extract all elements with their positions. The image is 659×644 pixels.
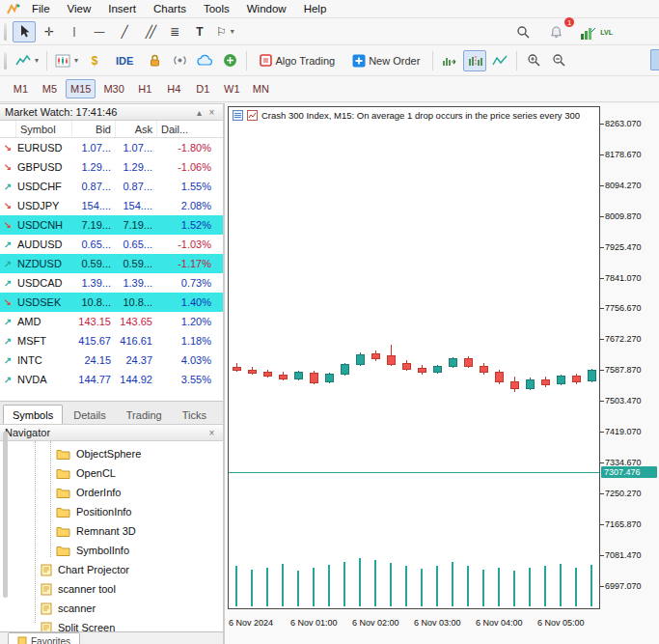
y-axis-label: 7756.670 (605, 303, 659, 313)
search-button[interactable] (511, 21, 535, 42)
column-daily[interactable]: Dail... (156, 121, 223, 137)
navigator-scrollbar[interactable] (3, 432, 8, 598)
market-watch-row[interactable]: ↗AUDUSD0.65...0.65...-1.03% (0, 235, 223, 254)
navigator-item[interactable]: Split Screen (0, 618, 223, 631)
indicators-button[interactable]: ▾ (13, 50, 41, 71)
broadcast-button[interactable] (168, 50, 191, 71)
navigator-item-label: OrderInfo (76, 487, 121, 498)
timeframe-m30[interactable]: M30 (98, 79, 128, 98)
market-watch-row[interactable]: ↗INTC24.1524.374.03% (0, 350, 223, 370)
navigator-item[interactable]: OpenCL (0, 463, 223, 483)
market-watch-row[interactable]: ↗MSFT415.67416.611.18% (0, 331, 223, 350)
timeframe-d1[interactable]: D1 (190, 79, 216, 98)
market-watch-row[interactable]: ↗USDCAD1.39...1.39...0.73% (0, 273, 223, 293)
equidistant-tool-button[interactable]: ≣ (163, 21, 186, 42)
bottom-tab-strip: Favorites (0, 631, 223, 644)
tab-trading[interactable]: Trading (117, 405, 172, 424)
symbol-cell: GBPUSD (15, 161, 71, 173)
crosshair-tool-button[interactable]: ✛ (38, 21, 61, 42)
chart-mode-button[interactable]: ▾ (52, 50, 81, 71)
timeframe-h4[interactable]: H4 (161, 79, 187, 98)
chart-shift-button[interactable] (463, 50, 486, 71)
market-watch-row[interactable]: ↗USDCHF0.87...0.87...1.55% (0, 177, 223, 196)
algo-trading-button[interactable]: Algo Trading (252, 50, 343, 71)
new-order-button[interactable]: New Order (344, 50, 427, 71)
menu-file[interactable]: File (23, 1, 59, 16)
toolbar-grip[interactable] (4, 23, 7, 41)
timeframe-m5[interactable]: M5 (37, 79, 63, 98)
navigator-item[interactable]: Chart Projector (0, 560, 223, 579)
horizontal-line-tool-button[interactable]: — (88, 21, 111, 42)
candlestick-chart[interactable] (229, 107, 599, 608)
toolbar-grip[interactable] (4, 52, 7, 70)
close-icon[interactable]: × (206, 107, 218, 118)
navigator-item[interactable]: ObjectSphere (0, 444, 223, 463)
y-axis-tick (600, 308, 604, 309)
pin-icon[interactable]: ▴ (193, 107, 206, 118)
vertical-line-tool-button[interactable]: | (63, 21, 86, 42)
text-tool-button[interactable]: T (188, 21, 211, 42)
y-axis-label: 7419.070 (605, 427, 659, 436)
trading-toolbar: ▾ ▾ $ IDE Algo Trading New Order (0, 45, 659, 76)
column-bid[interactable]: Bid (71, 121, 115, 137)
market-watch-row[interactable]: ↘USDJPY154....154....2.08% (0, 196, 223, 215)
auto-scroll-button[interactable] (438, 50, 461, 71)
zigzag-button[interactable] (488, 50, 511, 71)
market-watch-row[interactable]: ↘GBPUSD1.29...1.29...-1.06% (0, 157, 223, 177)
tab-symbols[interactable]: Symbols (3, 405, 63, 424)
plus-circle-icon (223, 53, 237, 68)
zoom-in-button[interactable] (522, 50, 545, 71)
column-symbol[interactable]: Symbol (15, 121, 71, 137)
cloud-button[interactable] (193, 50, 216, 71)
timeframe-h1[interactable]: H1 (132, 79, 158, 98)
menu-help[interactable]: Help (295, 1, 336, 16)
toolbar-separator (46, 51, 47, 70)
left-panel: Market Watch: 17:41:46 ▴ × Symbol Bid As… (0, 103, 225, 644)
levels-button[interactable]: LVL (577, 21, 616, 42)
tab-details[interactable]: Details (64, 405, 116, 424)
navigator-item[interactable]: OrderInfo (0, 483, 223, 502)
menu-charts[interactable]: Charts (145, 1, 195, 16)
timeframe-m1[interactable]: M1 (8, 79, 34, 98)
navigator-item[interactable]: scanner tool (0, 579, 223, 599)
one-click-trading-icon[interactable] (233, 110, 243, 121)
timeframe-m15[interactable]: M15 (66, 79, 96, 98)
add-account-button[interactable] (218, 50, 241, 71)
tab-ticks[interactable]: Ticks (173, 405, 216, 424)
cursor-tool-button[interactable] (13, 21, 36, 42)
column-icon-spacer (0, 121, 15, 137)
column-ask[interactable]: Ask (115, 121, 156, 137)
market-watch-row[interactable]: ↘USDSEK10.8...10.8...1.40% (0, 293, 223, 312)
navigator-item[interactable]: Remnant 3D (0, 521, 223, 541)
y-axis-label: 7587.870 (605, 365, 659, 375)
market-watch-row[interactable]: ↘USDCNH7.19...7.19...1.52% (0, 215, 223, 235)
menu-tools[interactable]: Tools (195, 1, 238, 16)
ide-button[interactable]: IDE (108, 50, 141, 71)
timeframe-mn[interactable]: MN (248, 79, 274, 98)
objects-tool-button[interactable]: ⚐▾ (213, 21, 237, 42)
navigator-item[interactable]: PositionInfo (0, 502, 223, 521)
timeframe-w1[interactable]: W1 (219, 79, 245, 98)
tick-up-icon: ↗ (0, 182, 15, 192)
folder-icon (56, 545, 70, 556)
toolbar-separator (516, 51, 517, 70)
menu-window[interactable]: Window (238, 1, 295, 16)
toolbar-overflow-button[interactable] (650, 49, 659, 70)
navigator-item[interactable]: scanner (0, 599, 223, 618)
chart-plot[interactable]: Crash 300 Index, M15: On average 1 drop … (228, 106, 600, 609)
menu-view[interactable]: View (59, 1, 100, 16)
navigator-item[interactable]: SymbolInfo (0, 541, 223, 560)
market-watch-row[interactable]: ↗AMD143.15143.651.20% (0, 312, 223, 331)
menu-insert[interactable]: Insert (99, 1, 145, 16)
close-icon[interactable]: × (206, 428, 218, 438)
market-watch-row[interactable]: ↘EURUSD1.07...1.07...-1.80% (0, 138, 223, 157)
tab-favorites[interactable]: Favorites (8, 632, 80, 644)
market-watch-row[interactable]: ↗NZDUSD0.59...0.59...-1.17% (0, 254, 223, 273)
lock-button[interactable] (143, 50, 166, 71)
channel-tool-button[interactable]: ╱╱ (138, 21, 161, 42)
zoom-out-button[interactable] (547, 50, 570, 71)
market-watch-row[interactable]: ↗NVDA144.77144.923.55% (0, 370, 223, 389)
new-order-icon (352, 54, 366, 68)
trendline-tool-button[interactable]: ╱ (113, 21, 136, 42)
deposit-button[interactable]: $ (83, 50, 106, 71)
